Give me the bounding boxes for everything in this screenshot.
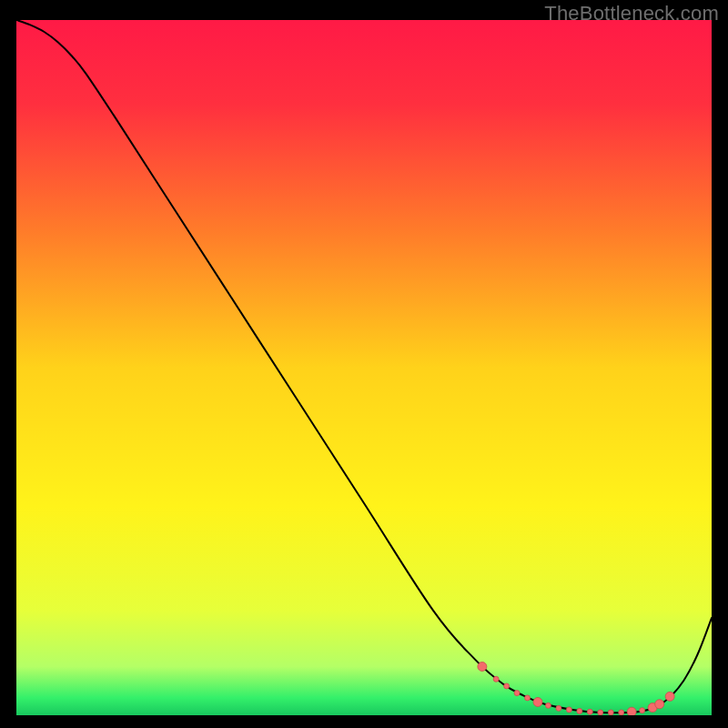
highlight-dot [640,708,645,713]
highlight-dot [587,709,592,714]
highlight-dot [514,691,520,696]
highlight-dot [627,707,636,715]
highlight-dot [525,695,531,701]
highlight-dot [566,707,571,713]
highlight-dot [493,676,499,682]
highlight-dot [556,705,561,711]
highlight-dot [577,708,582,713]
highlight-dot [504,683,510,689]
highlight-dot [619,710,624,715]
highlight-dot [533,697,542,706]
highlight-dot [665,692,674,701]
highlight-dot [598,710,603,715]
highlight-dot [608,710,613,715]
plot-area [16,20,712,715]
highlight-dot [545,703,551,708]
chart-frame: TheBottleneck.com [0,0,728,728]
highlight-dot [478,662,487,672]
chart-svg [16,20,712,715]
highlight-dot [655,700,664,709]
